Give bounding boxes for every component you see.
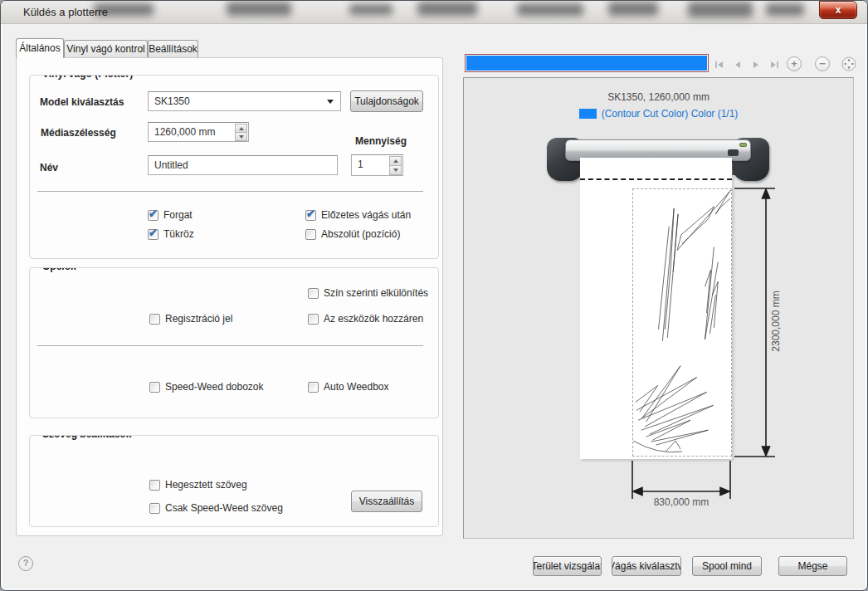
tab-vinyl-vago-kontrol[interactable]: Vinyl vágó kontrol xyxy=(64,40,148,57)
checkbox-box: ✔ xyxy=(148,210,158,221)
glass-blur-decoration xyxy=(608,2,658,16)
spool-all-button[interactable]: Spool mind xyxy=(692,556,762,576)
media-width-spinner[interactable]: 1260,000 mm xyxy=(148,122,249,142)
options-group: Opciók ✔ Szín szerinti elkülönítés ✔ Reg… xyxy=(29,267,439,418)
divider xyxy=(37,191,423,192)
checkbox-csak-speed-weed-szoveg[interactable]: ✔ Csak Speed-Weed szöveg xyxy=(149,502,283,514)
checkbox-hegesztett-szoveg[interactable]: ✔ Hegesztett szöveg xyxy=(149,479,247,491)
spinner-down-icon[interactable] xyxy=(389,165,402,175)
checkbox-box: ✔ xyxy=(308,288,319,299)
check-icon: ✔ xyxy=(306,208,315,220)
window-title: Küldés a plotterre xyxy=(23,6,108,18)
glass-blur-decoration xyxy=(766,3,804,16)
checkbox-box: ✔ xyxy=(305,229,316,240)
glass-blur-decoration xyxy=(517,3,583,16)
plotter-power-led xyxy=(739,143,747,147)
send-to-plotter-dialog: Küldés a plotterre x Általános Vinyl vág… xyxy=(0,0,868,591)
properties-button[interactable]: Tulajdonságok xyxy=(350,90,423,112)
check-icon: ✔ xyxy=(149,208,158,220)
plotter-group-title: Vinyl vágó (Plotter) xyxy=(38,75,137,80)
zoom-in-icon[interactable]: + xyxy=(787,56,802,71)
tab-beallitasok[interactable]: Beállítások xyxy=(148,40,198,57)
plotter-group: Vinyl vágó (Plotter) Model kiválasztás S… xyxy=(29,75,439,259)
chevron-down-icon xyxy=(327,100,334,104)
help-icon[interactable]: ? xyxy=(18,556,33,571)
checkbox-az-eszkozok-hozzaren[interactable]: ✔ Az eszközök hozzáren xyxy=(308,313,423,325)
zoom-out-icon[interactable]: − xyxy=(815,56,830,71)
preview-title: SK1350, 1260,000 mm xyxy=(464,91,853,103)
checkbox-regisztracio-jel[interactable]: ✔ Regisztráció jel xyxy=(149,313,232,325)
checkbox-box: ✔ xyxy=(308,382,319,393)
spinner-down-icon[interactable] xyxy=(235,132,247,141)
zoom-fit-icon[interactable] xyxy=(841,56,856,71)
checkbox-speed-weed-dobozok[interactable]: ✔ Speed-Weed dobozok xyxy=(149,381,264,393)
text-settings-group-title: Szöveg beállítások xyxy=(38,435,135,440)
media-width-label: Médiaszélesség xyxy=(41,127,116,139)
tab-altalanos[interactable]: Általános xyxy=(16,38,64,58)
glass-blur-decoration xyxy=(688,2,753,17)
model-select[interactable]: SK1350 xyxy=(148,91,341,111)
text-settings-group: Szöveg beállítások ✔ Hegesztett szöveg ✔… xyxy=(29,435,439,527)
reset-button[interactable]: Visszaállítás xyxy=(351,491,422,512)
quantity-stepper[interactable]: 1 xyxy=(351,154,403,176)
checkbox-box: ✔ xyxy=(308,314,319,325)
checkbox-szin-szerinti-elkulonites[interactable]: ✔ Szín szerinti elkülönítés xyxy=(308,287,428,299)
plotter-lever xyxy=(728,149,739,156)
checkbox-box: ✔ xyxy=(149,503,160,514)
model-select-value: SK1350 xyxy=(154,95,190,107)
media-width-value: 1260,000 mm xyxy=(154,126,215,138)
job-boundary xyxy=(632,188,732,457)
checkbox-elozetes-vagas-utan[interactable]: ✔ Előzetes vágás után xyxy=(305,209,411,221)
layer-row: (Contour Cut Color) Color (1/1) xyxy=(464,108,853,120)
checkbox-forgat[interactable]: ✔ Forgat xyxy=(148,209,193,221)
checkbox-auto-weedbox[interactable]: ✔ Auto Weedbox xyxy=(308,381,389,393)
cut-design-preview xyxy=(633,189,731,456)
quantity-value: 1 xyxy=(358,159,363,170)
checkbox-tukroz[interactable]: ✔ Tükröz xyxy=(148,228,194,240)
origin-dashed-line xyxy=(580,178,732,180)
checkbox-box: ✔ xyxy=(305,210,316,221)
checkbox-box: ✔ xyxy=(149,382,160,393)
options-group-title: Opciók xyxy=(38,267,80,272)
progress-fill xyxy=(466,56,707,71)
width-dimension-label: 830,000 mm xyxy=(631,496,732,508)
height-dimension-label: 2300,000 mm xyxy=(770,255,782,388)
checkbox-box: ✔ xyxy=(148,229,158,240)
checkbox-box: ✔ xyxy=(149,480,160,491)
divider xyxy=(37,345,423,346)
glass-blur-decoration xyxy=(349,4,393,15)
close-button[interactable]: x xyxy=(819,1,857,19)
cancel-button[interactable]: Mégse xyxy=(778,556,847,576)
glass-blur-decoration xyxy=(417,2,477,16)
name-input[interactable]: Untitled xyxy=(148,155,338,175)
model-label: Model kiválasztás xyxy=(40,96,124,108)
layer-color-swatch xyxy=(579,109,597,119)
progress-bar xyxy=(465,54,709,72)
checkbox-abszolut-pozicio[interactable]: ✔ Abszolút (pozíció) xyxy=(305,228,400,240)
area-check-button[interactable]: Terület vizsgálat xyxy=(533,556,602,576)
cut-selected-button[interactable]: Vágás kiválasztv. xyxy=(612,556,681,576)
name-input-value: Untitled xyxy=(154,159,188,171)
name-label: Név xyxy=(40,162,58,173)
first-page-icon[interactable] xyxy=(714,60,724,70)
glass-blur-decoration xyxy=(227,2,291,16)
last-page-icon[interactable] xyxy=(769,60,779,70)
preview-canvas[interactable]: SK1350, 1260,000 mm (Contour Cut Color) … xyxy=(463,77,854,539)
titlebar[interactable]: Küldés a plotterre xyxy=(1,1,867,24)
checkbox-box: ✔ xyxy=(149,314,160,325)
quantity-label: Mennyiség xyxy=(355,135,407,147)
check-icon: ✔ xyxy=(149,227,158,239)
layer-label: (Contour Cut Color) Color (1/1) xyxy=(602,108,739,120)
previous-page-icon[interactable] xyxy=(733,60,743,70)
next-page-icon[interactable] xyxy=(751,60,761,70)
general-tab-panel: Vinyl vágó (Plotter) Model kiválasztás S… xyxy=(16,57,443,536)
